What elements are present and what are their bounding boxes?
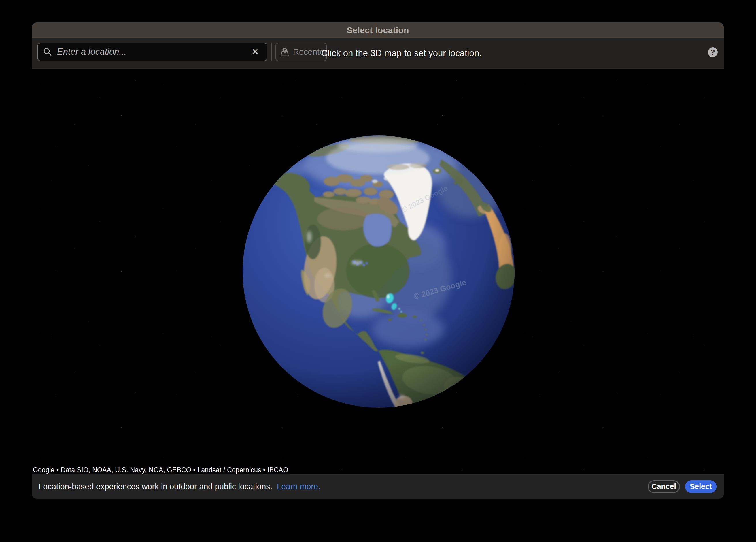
learn-more-link[interactable]: Learn more.	[277, 482, 320, 491]
toolbar: ✕ Recenter Click on the 3D map to set yo…	[32, 38, 724, 69]
dialog-titlebar: Select location	[32, 22, 724, 38]
toolbar-divider	[271, 43, 272, 61]
search-icon	[43, 47, 52, 57]
map-viewport[interactable]: © 2023 Google © 2023 Google Google • Dat…	[32, 69, 724, 474]
recenter-button[interactable]: Recenter	[275, 43, 327, 61]
map-instruction-text: Click on the 3D map to set your location…	[321, 38, 482, 69]
question-mark-icon: ?	[710, 48, 715, 56]
help-button[interactable]: ?	[708, 47, 718, 57]
dialog-footer: Location-based experiences work in outdo…	[32, 474, 724, 499]
map-attribution: Google • Data SIO, NOAA, U.S. Navy, NGA,…	[33, 466, 288, 474]
clear-search-button[interactable]: ✕	[250, 47, 260, 56]
cancel-button[interactable]: Cancel	[648, 480, 680, 493]
location-search-box[interactable]: ✕	[37, 43, 267, 61]
earth-globe[interactable]: © 2023 Google © 2023 Google	[242, 135, 515, 408]
page-title: Select location	[347, 25, 409, 35]
map-pin-icon	[280, 47, 290, 57]
search-input[interactable]	[56, 46, 247, 57]
footer-note: Location-based experiences work in outdo…	[39, 482, 272, 491]
select-button[interactable]: Select	[685, 480, 717, 493]
select-location-dialog: Select location ✕ Recenter Click on the …	[32, 22, 724, 499]
